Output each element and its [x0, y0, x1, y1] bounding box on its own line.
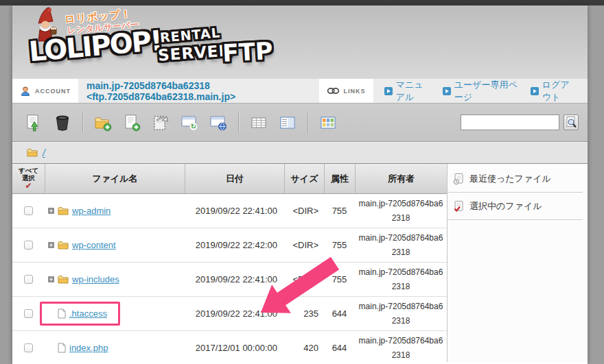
- file-size: 420: [284, 343, 324, 353]
- color-palette-icon: [319, 114, 337, 132]
- row-checkbox[interactable]: [24, 275, 33, 284]
- upload-button[interactable]: [21, 110, 46, 135]
- row-checkbox[interactable]: [24, 241, 33, 250]
- links-chip: LINKS: [319, 79, 373, 103]
- expand-icon[interactable]: [48, 206, 54, 216]
- logo-header: ロリポップ！ レンタルサーバー LOLIPOP! RENTAL SERVER F…: [12, 5, 588, 79]
- file-date: 2019/09/22 22:42:00: [185, 240, 284, 250]
- sidebar: 最近使ったファイル選択中のファイル: [447, 164, 588, 362]
- breadcrumb-root-link[interactable]: /: [43, 147, 45, 158]
- file-owner: main.jp-7205d8764ba62318: [355, 334, 447, 363]
- table-row: wp-admin2019/09/22 22:41:00<DIR>755main.…: [12, 194, 447, 228]
- file-attr: 644: [324, 343, 355, 353]
- window-top-bar: [0, 0, 604, 5]
- toolbar-separator: [307, 112, 308, 133]
- account-chip: ACCOUNT: [12, 79, 78, 103]
- account-value: main.jp-7205d8764ba62318 <ftp.7205d8764b…: [86, 80, 319, 102]
- file-table: すべて 選択 ✔ ファイル名 日付 サイズ 属性 所有者 wp-admin201…: [12, 164, 447, 362]
- search-area: [461, 114, 579, 130]
- link-arrow-icon: [384, 87, 393, 95]
- file-icon: [58, 343, 66, 353]
- file-name-link[interactable]: wp-admin: [72, 206, 111, 216]
- window-refresh-button[interactable]: ↻: [177, 110, 202, 135]
- row-checkbox[interactable]: [24, 309, 33, 318]
- table-row: wp-includes2019/09/22 22:41:00<DIR>755ma…: [12, 263, 447, 297]
- sidebar-item-label: 選択中のファイル: [469, 200, 542, 213]
- list-view-button[interactable]: [246, 110, 271, 135]
- recent-file-icon: [453, 173, 464, 185]
- header-owner[interactable]: 所有者: [355, 164, 447, 193]
- color-palette-button[interactable]: [316, 110, 340, 135]
- link-arrow-icon: [443, 87, 451, 95]
- toolbar: ↻: [12, 104, 588, 142]
- file-date: 2019/09/22 22:41:00: [185, 206, 284, 216]
- top-links-nav: マニュアルユーザー専用ページログアウト: [384, 79, 578, 104]
- top-link-0[interactable]: マニュアル: [384, 79, 432, 104]
- content: すべて 選択 ✔ ファイル名 日付 サイズ 属性 所有者 wp-admin201…: [12, 164, 588, 362]
- top-link-label: ユーザー専用ページ: [454, 79, 520, 104]
- search-input[interactable]: [461, 114, 559, 130]
- links-label: LINKS: [344, 88, 366, 95]
- logo-server-text: SERVER: [157, 41, 232, 64]
- new-folder-button[interactable]: [91, 110, 115, 135]
- folder-icon: [58, 275, 69, 284]
- file-name-link[interactable]: .htaccess: [69, 308, 107, 319]
- delete-button[interactable]: [50, 110, 75, 135]
- toolbar-separator: [82, 112, 83, 133]
- expand-icon[interactable]: [48, 240, 54, 250]
- row-checkbox[interactable]: [24, 343, 33, 352]
- file-date: 2019/09/22 22:41:00: [185, 274, 284, 284]
- header-size[interactable]: サイズ: [284, 164, 324, 193]
- file-table-header: すべて 選択 ✔ ファイル名 日付 サイズ 属性 所有者: [12, 164, 447, 194]
- split-view-icon: [279, 114, 297, 132]
- file-size: <DIR>: [284, 274, 324, 284]
- table-row: index.php2017/12/01 00:00:00420644main.j…: [12, 331, 447, 364]
- expand-icon[interactable]: [48, 274, 54, 284]
- new-file-button[interactable]: [119, 110, 144, 135]
- header-date[interactable]: 日付: [185, 164, 284, 193]
- sidebar-item-1[interactable]: 選択中のファイル: [448, 193, 583, 220]
- account-label: ACCOUNT: [35, 88, 71, 95]
- file-owner: main.jp-7205d8764ba62318: [355, 197, 447, 226]
- row-checkbox[interactable]: [24, 206, 33, 215]
- search-button[interactable]: [564, 114, 579, 130]
- move-file-icon: [152, 114, 170, 132]
- file-attr: 755: [324, 274, 355, 284]
- file-size: <DIR>: [284, 240, 324, 250]
- logo-ftp-text: FTP: [222, 37, 273, 67]
- folder-icon: [58, 206, 69, 215]
- file-size: <DIR>: [284, 206, 324, 216]
- header-attr[interactable]: 属性: [324, 164, 355, 193]
- select-all-header[interactable]: すべて 選択 ✔: [12, 164, 45, 193]
- table-row: wp-content2019/09/22 22:42:00<DIR>755mai…: [12, 228, 447, 263]
- top-link-label: ログアウト: [542, 79, 578, 104]
- window-web-icon: [209, 114, 227, 132]
- file-name-link[interactable]: index.php: [69, 343, 108, 353]
- file-name-link[interactable]: wp-includes: [72, 274, 119, 284]
- file-attr: 644: [324, 308, 355, 319]
- file-owner: main.jp-7205d8764ba62318: [355, 265, 447, 294]
- svg-text:↻: ↻: [191, 123, 196, 130]
- list-view-icon: [250, 114, 268, 132]
- file-attr: 755: [324, 240, 355, 250]
- top-link-1[interactable]: ユーザー専用ページ: [443, 79, 520, 104]
- folder-icon: [58, 241, 69, 250]
- new-file-icon: [123, 114, 141, 132]
- file-owner: main.jp-7205d8764ba62318: [355, 300, 447, 328]
- links-chain-icon: [327, 87, 340, 95]
- split-view-button[interactable]: [275, 110, 300, 135]
- sidebar-item-label: 最近使ったファイル: [469, 173, 551, 185]
- file-name-link[interactable]: wp-content: [72, 240, 116, 250]
- move-file-button[interactable]: [148, 110, 173, 135]
- top-link-2[interactable]: ログアウト: [531, 79, 578, 104]
- window-refresh-icon: ↻: [181, 114, 198, 132]
- sidebar-item-0[interactable]: 最近使ったファイル: [448, 165, 583, 193]
- upload-icon: [25, 114, 43, 132]
- search-icon: [565, 116, 577, 129]
- top-link-label: マニュアル: [396, 79, 432, 104]
- table-row: .htaccess2019/09/22 22:41:00235644main.j…: [12, 297, 447, 331]
- delete-icon: [54, 114, 71, 132]
- header-name[interactable]: ファイル名: [45, 164, 185, 193]
- file-size: 235: [284, 308, 324, 319]
- window-web-button[interactable]: [206, 110, 231, 135]
